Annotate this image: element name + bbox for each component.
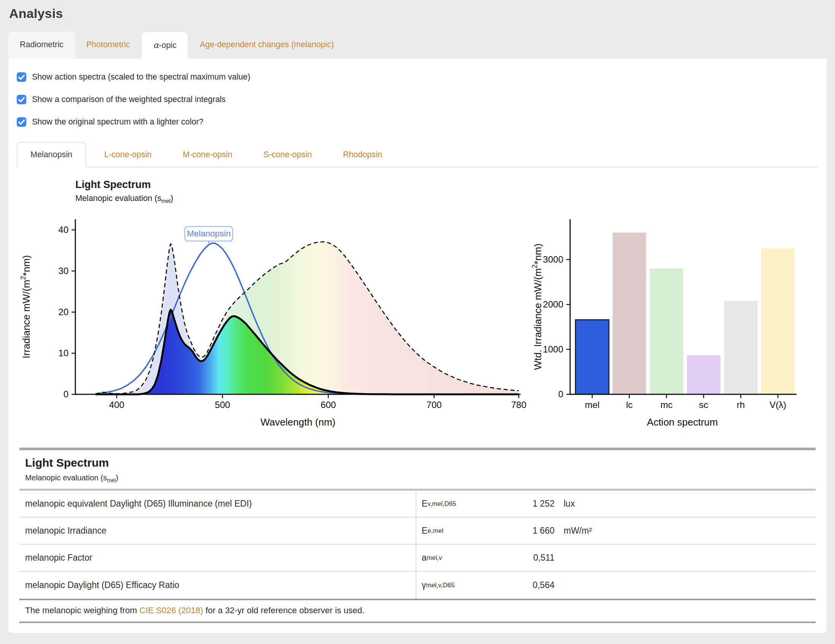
bar-plot: 0100020003000mellcmcscrhV(λ)Action spect… [528,211,829,433]
x-axis-label: Wavelength (nm) [261,416,336,428]
row-unit: lux [554,499,816,509]
svg-text:3000: 3000 [543,254,563,265]
alpha-opic-label: -opic [159,41,177,50]
results-title: Light Spectrum [25,456,810,469]
cie-s026-link[interactable]: CIE S026 (2018) [139,605,203,615]
svg-text:2000: 2000 [543,299,563,309]
page-bottom-gap [0,633,835,641]
divider [19,621,816,623]
checkbox-checked-icon[interactable] [17,72,26,82]
row-label: melanopic Irradiance [19,525,416,536]
svg-text:30: 30 [58,266,68,276]
tab-alpha-opic[interactable]: α-opic [141,32,188,59]
svg-text:0: 0 [558,389,563,399]
footnote-text: The melanopic weighing from [25,605,139,615]
option-show-action-spectra[interactable]: Show action spectra (scaled to the spect… [17,72,818,82]
svg-text:sc: sc [699,400,708,410]
weighted-bar-chart: 0100020003000mellcmcscrhV(λ)Action spect… [528,211,829,434]
x-axis-label: Action spectrum [647,416,718,428]
bar-mel [575,320,609,394]
row-label: melanopic Daylight (D65) Efficacy Ratio [19,580,416,590]
bar-lc [613,233,646,394]
subtab-melanopsin[interactable]: Melanopsin [17,142,86,168]
subtab-rhodopsin[interactable]: Rhodopsin [330,143,395,167]
row-symbol: γmel,v,D65 [416,572,512,599]
row-symbol: amel,v [416,545,512,571]
bar-mc [650,269,683,394]
checkbox-checked-icon[interactable] [17,95,26,104]
option-show-original-lighter[interactable]: Show the original spectrum with a lighte… [17,117,818,127]
table-row: melanopic Daylight (D65) Efficacy Ratio … [19,572,816,599]
subtab-m-cone-opsin[interactable]: M-cone-opsin [170,143,245,167]
row-value: 0,511 [512,553,554,563]
svg-text:40: 40 [58,224,68,235]
table-row: melanopic Factor amel,v 0,511 [19,545,816,572]
page-title: Analysis [9,6,826,21]
tab-photometric[interactable]: Photometric [75,32,141,59]
checkbox-label: Show a comparison of the weighted spectr… [32,95,226,104]
svg-text:400: 400 [109,400,125,410]
results-footnote: The melanopic weighing from CIE S026 (20… [19,600,816,621]
checkbox-label: Show the original spectrum with a lighte… [32,117,204,127]
spectrum-chart-subtitle: Melanopic evaluation (smel) [75,194,528,204]
row-unit: mW/m² [554,525,816,536]
row-label: melanopic Factor [19,553,416,563]
svg-text:0: 0 [63,389,68,399]
svg-text:700: 700 [427,400,442,410]
tab-age-dependent-changes[interactable]: Age-dependent changes (melanopic) [188,32,346,59]
main-tab-bar: Radiometric Photometric α-opic Age-depen… [8,32,827,59]
tab-radiometric[interactable]: Radiometric [8,32,75,59]
svg-text:lc: lc [626,400,632,410]
results-rows: melanopic equivalent Daylight (D65) Illu… [19,491,816,599]
page-header: Analysis [0,0,835,25]
svg-text:V(λ): V(λ) [770,400,786,410]
svg-text:10: 10 [58,348,68,358]
svg-text:20: 20 [58,307,68,317]
subtab-s-cone-opsin[interactable]: S-cone-opsin [251,143,325,167]
row-value: 1 252 [512,499,554,509]
row-value: 0,564 [512,580,554,590]
charts-row: Light Spectrum Melanopic evaluation (sme… [15,179,820,434]
bar-sc [687,355,720,394]
table-row: melanopic Irradiance Ee,mel 1 660 mW/m² [19,518,816,545]
svg-text:mc: mc [660,400,673,410]
svg-text:Irradiance mW/(m2*nm): Irradiance mW/(m2*nm) [19,255,32,359]
spectrum-plot: 400500600700780010203040Wavelength (nm)I… [15,211,528,433]
spectrum-chart: Light Spectrum Melanopic evaluation (sme… [15,179,528,434]
row-label: melanopic equivalent Daylight (D65) Illu… [19,499,416,509]
subtab-l-cone-opsin[interactable]: L-cone-opsin [91,143,164,167]
svg-text:1000: 1000 [543,344,563,355]
svg-text:780: 780 [511,400,526,410]
row-symbol: Ee,mel [416,518,512,544]
tab-content-panel: Show action spectra (scaled to the spect… [8,59,827,633]
results-subtitle: Melanopic evaluation (smel) [25,473,810,483]
row-value: 1 660 [512,525,554,536]
checkbox-checked-icon[interactable] [17,117,26,127]
checkbox-label: Show action spectra (scaled to the spect… [32,72,250,82]
svg-text:Wtd. Irradiance mW/(m2*nm): Wtd. Irradiance mW/(m2*nm) [531,244,543,370]
svg-text:rh: rh [737,400,745,410]
bar-V(λ) [761,249,794,395]
results-section: Light Spectrum Melanopic evaluation (sme… [19,447,816,623]
svg-text:mel: mel [585,400,600,410]
opsin-tab-bar: Melanopsin L-cone-opsin M-cone-opsin S-c… [17,142,818,168]
bar-rh [724,301,757,394]
option-show-comparison[interactable]: Show a comparison of the weighted spectr… [17,95,818,104]
divider [19,447,816,450]
svg-text:600: 600 [321,400,336,410]
table-row: melanopic equivalent Daylight (D65) Illu… [19,491,816,518]
spectrum-chart-title: Light Spectrum [75,179,528,191]
footnote-text: for a 32-yr old reference observer is us… [203,605,365,615]
svg-text:500: 500 [215,400,230,410]
alpha-glyph: α [153,40,159,50]
row-symbol: Ev,mel,D65 [416,491,512,517]
annotation-label: Melanopsin [187,229,231,238]
